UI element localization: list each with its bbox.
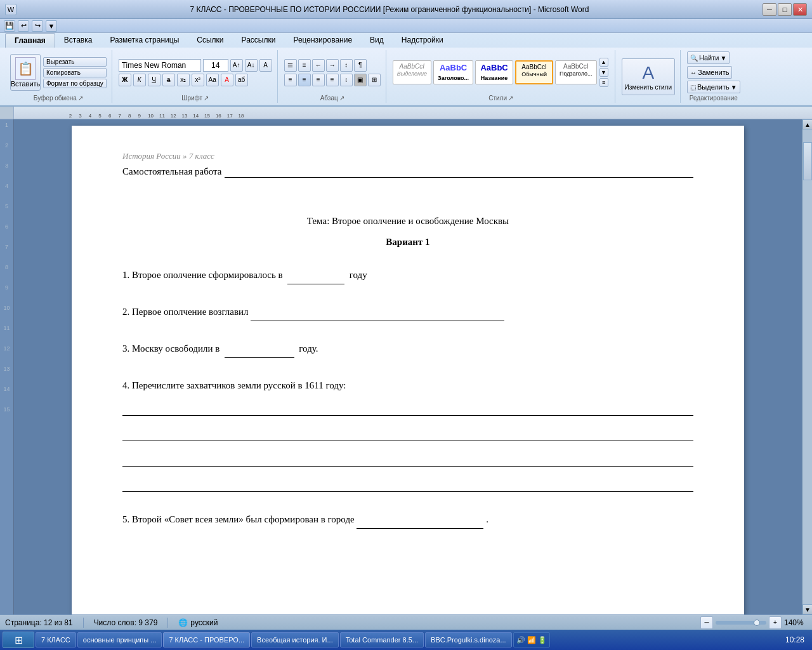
status-separator-1 xyxy=(83,618,84,628)
paragraph-expand-icon[interactable]: ↗ xyxy=(339,95,344,102)
font-grow-button[interactable]: A↑ xyxy=(230,59,243,72)
font-color-button[interactable]: А xyxy=(221,74,233,86)
scroll-up-button[interactable]: ▲ xyxy=(802,119,812,129)
title-bar-controls: ─ □ ✕ xyxy=(763,3,807,16)
paste-button[interactable]: 📋 Вставить xyxy=(10,54,41,91)
font-shrink-button[interactable]: A↓ xyxy=(245,59,258,72)
self-work-blank xyxy=(225,166,693,178)
q4-number: 4. xyxy=(122,380,129,390)
zoom-out-button[interactable]: ─ xyxy=(700,616,713,629)
clipboard-expand-icon[interactable]: ↗ xyxy=(78,95,83,102)
restore-button[interactable]: □ xyxy=(778,3,792,16)
align-left-button[interactable]: ≡ xyxy=(284,74,297,86)
styles-expand-icon[interactable]: ↗ xyxy=(508,95,513,102)
style-selection[interactable]: AaBbCcIВыделение xyxy=(393,60,431,84)
scroll-down-button[interactable]: ▼ xyxy=(802,604,812,614)
q3-text-before: Москву освободили в xyxy=(132,343,219,354)
change-style-button[interactable]: A Изменить стили xyxy=(622,58,675,95)
zoom-track[interactable] xyxy=(716,621,766,625)
numbered-list-button[interactable]: ≡ xyxy=(298,59,311,72)
decrease-indent-button[interactable]: ← xyxy=(312,59,325,72)
align-center-button[interactable]: ≡ xyxy=(298,74,311,86)
font-label: Шрифт ↗ xyxy=(181,93,209,102)
scrollbar-thumb[interactable] xyxy=(803,142,812,180)
clear-format-button[interactable]: A xyxy=(259,59,272,72)
style-heading[interactable]: AaBbCЗаголово... xyxy=(433,60,473,84)
tab-home[interactable]: Главная xyxy=(5,33,55,48)
italic-button[interactable]: К xyxy=(133,74,146,86)
sort-button[interactable]: ↕ xyxy=(340,59,353,72)
tray-icons: 🔊 📶 🔋 xyxy=(516,636,547,644)
q1-text-before: Второе ополчение сформировалось в xyxy=(132,270,283,280)
tab-review[interactable]: Рецензирование xyxy=(284,33,361,48)
change-style-content: A Изменить стили xyxy=(622,51,675,102)
qa-dropdown-icon[interactable]: ▼ xyxy=(46,20,57,32)
copy-button[interactable]: Копировать xyxy=(43,68,107,77)
shading-button[interactable]: ▣ xyxy=(354,74,367,86)
taskbar-btn-3[interactable]: Всеобщая история. И... xyxy=(251,632,339,647)
zoom-in-button[interactable]: + xyxy=(769,616,782,629)
document-topic: Тема: Второе ополчение и освобождение Мо… xyxy=(122,216,693,227)
style-subtitle[interactable]: AaBbCcIПодзаголо... xyxy=(555,60,596,84)
font-size-input[interactable] xyxy=(203,59,228,72)
redo-quick-icon[interactable]: ↪ xyxy=(32,20,43,32)
align-right-button[interactable]: ≡ xyxy=(312,74,325,86)
change-style-icon: A xyxy=(642,63,654,83)
show-marks-button[interactable]: ¶ xyxy=(354,59,367,72)
document-variant: Вариант 1 xyxy=(122,237,693,248)
tab-references[interactable]: Ссылки xyxy=(188,33,232,48)
cut-button[interactable]: Вырезать xyxy=(43,57,107,67)
save-quick-icon[interactable]: 💾 xyxy=(4,20,15,32)
taskbar-btn-2[interactable]: 7 КЛАСС - ПРОВЕРО... xyxy=(163,632,250,647)
select-button[interactable]: ⬚ Выделить ▼ xyxy=(687,81,740,93)
find-button[interactable]: 🔍 Найти ▼ xyxy=(687,51,730,64)
language-text: русский xyxy=(190,618,218,627)
taskbar-btn-4[interactable]: Total Commander 8.5... xyxy=(340,632,424,647)
superscript-button[interactable]: x² xyxy=(192,74,204,86)
subscript-button[interactable]: x₂ xyxy=(177,74,190,86)
styles-scroll-up-button[interactable]: ▲ xyxy=(599,58,608,67)
strikethrough-button[interactable]: a xyxy=(162,74,175,86)
styles-scroll-down-button[interactable]: ▼ xyxy=(599,68,608,77)
q5-text-before: Второй «Совет всея земли» был сформирова… xyxy=(132,514,355,524)
tab-view[interactable]: Вид xyxy=(361,33,393,48)
tab-addins[interactable]: Надстройки xyxy=(393,33,452,48)
minimize-button[interactable]: ─ xyxy=(763,3,776,16)
font-expand-icon[interactable]: ↗ xyxy=(204,95,209,102)
vertical-scrollbar[interactable]: ▲ ▼ xyxy=(802,119,812,614)
format-painter-button[interactable]: Формат по образцу xyxy=(43,79,107,88)
replace-icon: ↔ xyxy=(690,69,697,76)
font-style-row: Ж К Ч a x₂ x² Аа А аб xyxy=(119,74,272,86)
borders-button[interactable]: ⊞ xyxy=(368,74,381,86)
bullet-list-button[interactable]: ☰ xyxy=(284,59,297,72)
replace-button[interactable]: ↔ Заменить xyxy=(687,66,732,79)
zoom-controls: ─ + 140% xyxy=(700,616,807,629)
find-dropdown-icon: ▼ xyxy=(720,55,726,62)
font-name-input[interactable] xyxy=(119,59,201,72)
q5-number: 5. xyxy=(122,514,129,524)
increase-indent-button[interactable]: → xyxy=(326,59,339,72)
undo-quick-icon[interactable]: ↩ xyxy=(18,20,29,32)
title-bar: W 7 КЛАСС - ПРОВЕРОЧНЫЕ ПО ИСТОРИИ РОССИ… xyxy=(0,0,812,19)
start-button[interactable]: ⊞ xyxy=(3,632,34,648)
justify-button[interactable]: ≡ xyxy=(326,74,339,86)
tab-page-layout[interactable]: Разметка страницы xyxy=(101,33,188,48)
scrollbar-track[interactable] xyxy=(802,129,812,604)
taskbar-btn-5[interactable]: BBC.Progulki.s.dinoza... xyxy=(425,632,512,647)
taskbar-btn-0[interactable]: 7 КЛАСС xyxy=(36,632,76,647)
style-title[interactable]: AaBbCНазвание xyxy=(475,60,513,84)
highlight-button[interactable]: аб xyxy=(235,74,248,86)
bold-button[interactable]: Ж xyxy=(119,74,131,86)
tab-insert[interactable]: Вставка xyxy=(55,33,102,48)
tab-mailings[interactable]: Рассылки xyxy=(233,33,285,48)
style-normal[interactable]: AaBbCcIОбычный xyxy=(515,60,553,84)
document-scroll-area[interactable]: История России » 7 класс Самостоятельная… xyxy=(14,119,802,614)
taskbar-btn-1[interactable]: основные принципы ... xyxy=(77,632,162,647)
line-spacing-button[interactable]: ↕ xyxy=(340,74,353,86)
close-button[interactable]: ✕ xyxy=(793,3,807,16)
left-margin-bar: 1 2 3 4 5 6 7 8 9 10 11 12 13 14 15 xyxy=(0,119,14,614)
underline-button[interactable]: Ч xyxy=(148,74,160,86)
styles-more-button[interactable]: ≡ xyxy=(599,78,608,87)
case-button[interactable]: Аа xyxy=(206,74,219,86)
q3-blank xyxy=(225,340,294,358)
